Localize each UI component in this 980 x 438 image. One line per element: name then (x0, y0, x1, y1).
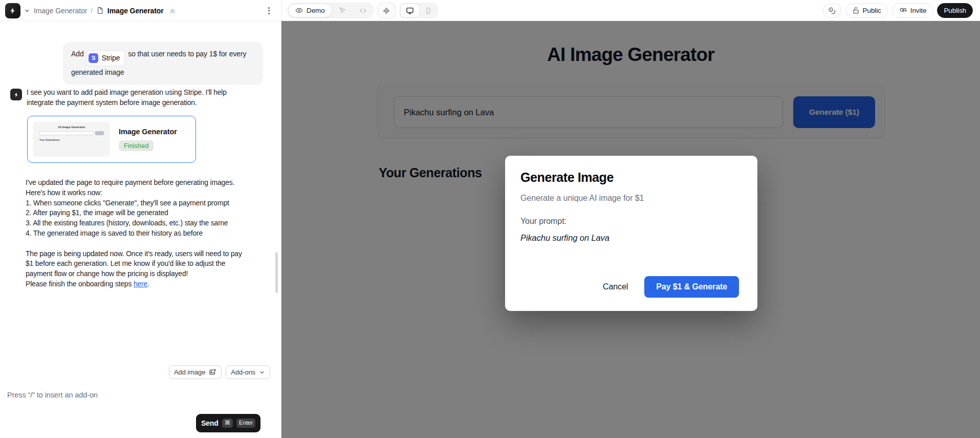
monitor-icon (406, 7, 414, 15)
code-icon (359, 7, 367, 15)
header-left: Image Generator / Image Generator (5, 0, 176, 21)
coins-icon (828, 7, 836, 15)
page-file-icon (96, 7, 104, 14)
phone-icon (425, 7, 432, 14)
assistant-logo-icon (13, 92, 19, 98)
cmd-key-badge: ⌘ (222, 419, 233, 428)
select-mode-button[interactable] (332, 7, 353, 14)
mobile-view-button[interactable] (420, 7, 437, 14)
breadcrumb-page[interactable]: Image Generator (107, 7, 164, 15)
publish-button[interactable]: Publish (937, 3, 973, 18)
mode-segmented-control: Demo (287, 3, 374, 18)
fit-screen-icon (383, 7, 390, 14)
public-button[interactable]: Public (845, 3, 888, 18)
onboarding-line: Please finish the onboarding steps here. (26, 279, 245, 289)
send-label: Send (201, 419, 219, 427)
breadcrumb-separator: / (91, 7, 93, 14)
addons-button[interactable]: Add-ons (226, 365, 270, 379)
send-button[interactable]: Send ⌘ Enter (196, 414, 260, 432)
thumbnail-input (39, 131, 94, 135)
generate-image-modal: Generate Image Generate a unique AI imag… (505, 156, 757, 311)
onboarding-link[interactable]: here (134, 280, 147, 288)
workspace-chevron-down-icon[interactable] (24, 8, 30, 14)
onboarding-prefix: Please finish the onboarding steps (26, 280, 134, 288)
add-image-label: Add image (174, 368, 205, 376)
demo-mode-button[interactable]: Demo (288, 4, 332, 17)
logo-glyph-icon (9, 7, 17, 15)
eye-icon (295, 7, 303, 14)
pay-generate-button[interactable]: Pay $1 & Generate (644, 276, 739, 298)
task-card-title: Image Generator (119, 128, 177, 136)
more-options-kebab[interactable] (264, 6, 273, 15)
add-image-button[interactable]: Add image (169, 365, 222, 379)
onboarding-suffix: . (147, 280, 149, 288)
stripe-chip-label: Stripe (101, 52, 120, 65)
composer-attachments-row: Add image Add-ons (0, 365, 275, 379)
image-plus-icon (209, 368, 216, 376)
modal-prompt-label: Your prompt: (520, 217, 742, 226)
stripe-mention-chip: S Stripe (86, 50, 125, 66)
lock-open-icon (852, 7, 860, 14)
app-thumbnail: AI Image Generator Your Generations (33, 122, 110, 157)
chat-input[interactable]: Press “/” to insert an add-on (7, 391, 161, 399)
chevron-down-icon (259, 369, 265, 376)
preview-mode-toolbar: Demo (287, 3, 438, 18)
enter-key-badge: Enter (236, 419, 255, 428)
task-version-card[interactable]: AI Image Generator Your Generations Imag… (27, 116, 196, 163)
invite-button[interactable]: Invite (892, 3, 933, 18)
credits-button[interactable] (823, 3, 841, 18)
assistant-message-row: I see you want to add paid image generat… (10, 88, 246, 108)
desktop-view-button[interactable] (400, 4, 420, 17)
public-label: Public (863, 7, 881, 14)
top-bar: Image Generator / Image Generator Demo (0, 0, 980, 21)
breadcrumb-project[interactable]: Image Generator (34, 7, 87, 15)
thumbnail-button (95, 131, 104, 135)
status-badge: Finished (119, 140, 154, 151)
cancel-button[interactable]: Cancel (603, 282, 628, 291)
cursor-icon (338, 7, 346, 14)
assistant-body-text: I've updated the page to require payment… (26, 178, 245, 279)
modal-prompt-value: Pikachu surfing on Lava (520, 233, 742, 243)
assistant-avatar (10, 89, 22, 100)
modal-footer: Cancel Pay $1 & Generate (520, 276, 742, 298)
assistant-intro-text: I see you want to add paid image generat… (27, 88, 246, 108)
invite-label: Invite (910, 7, 927, 14)
collapse-chevrons-icon[interactable] (169, 7, 176, 14)
app-preview: AI Image Generator Generate ($1) Your Ge… (281, 21, 980, 438)
thumbnail-heading: Your Generations (39, 138, 110, 141)
demo-label: Demo (307, 7, 325, 14)
users-icon (899, 6, 907, 15)
thumbnail-title: AI Image Generator (33, 126, 110, 129)
chat-panel: Add S Stripe so that user needs to pay 1… (0, 21, 281, 438)
addons-label: Add-ons (231, 368, 255, 376)
code-mode-button[interactable] (353, 7, 373, 15)
publish-label: Publish (944, 7, 966, 14)
assistant-body-block: I've updated the page to require payment… (26, 178, 245, 289)
header-actions: Public Invite Publish (823, 3, 973, 18)
chat-scrollbar[interactable] (275, 252, 278, 293)
header-divider (281, 0, 282, 21)
app-logo[interactable] (5, 3, 20, 18)
stripe-logo-icon: S (89, 53, 98, 63)
device-segmented-control (399, 3, 438, 18)
user-message-prefix: Add (71, 50, 84, 58)
user-message-bubble: Add S Stripe so that user needs to pay 1… (63, 42, 263, 85)
fit-screen-button[interactable] (378, 3, 396, 18)
modal-description: Generate a unique AI image for $1 (520, 194, 742, 203)
modal-title: Generate Image (520, 170, 742, 185)
